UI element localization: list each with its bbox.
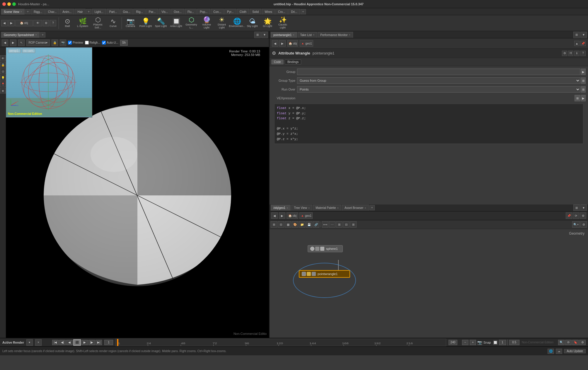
lock-view-btn[interactable]: 🔒 <box>0 62 6 68</box>
auto-update-btn[interactable]: Auto Update <box>564 349 586 353</box>
light-toggle-btn[interactable]: 💡 <box>0 75 6 81</box>
zoom-in-btn[interactable]: + <box>470 340 476 345</box>
maximize-button[interactable] <box>12 2 16 6</box>
stop-btn[interactable]: ⬛ <box>73 339 81 346</box>
ne-icon8[interactable]: ⟺ <box>322 221 328 228</box>
tab-rig[interactable]: Rig... <box>133 9 145 15</box>
ne-sync-btn[interactable]: ⟳ <box>573 212 579 219</box>
tab-cro[interactable]: Cro... <box>275 9 288 15</box>
frame-value-input[interactable] <box>509 340 519 345</box>
tab-vis[interactable]: Vis... <box>159 9 171 15</box>
tab-hair[interactable]: Hair <box>75 9 85 15</box>
volume-light-btn[interactable]: 🔮 Volume Light <box>199 16 214 30</box>
environment-btn[interactable]: 🌐 Environmen... <box>230 16 244 30</box>
node-sphere1[interactable]: sphere1 <box>308 245 343 252</box>
curve-btn[interactable]: ∿ Curve <box>106 16 120 30</box>
ne-settings-btn[interactable]: ▼ <box>580 204 587 211</box>
view-btn[interactable]: 👁 <box>33 20 42 26</box>
snap-value-input[interactable] <box>499 340 506 345</box>
close-icon[interactable]: × <box>35 33 37 36</box>
forward-button[interactable]: ▶ <box>8 20 15 26</box>
ne-icon3[interactable]: ▦ <box>285 221 291 228</box>
lock-btn[interactable]: 🔒 <box>52 40 58 46</box>
camera-btn[interactable]: 📷 Camera <box>123 16 138 30</box>
ne-settings2-btn[interactable]: ⚙ <box>580 221 587 228</box>
cursor-tool-btn[interactable]: ↖ <box>18 40 25 46</box>
close-icon[interactable]: × <box>313 33 314 36</box>
viewport-area[interactable]: 👁 🔒 ◎ 💡 📍 ◈ <box>0 47 269 338</box>
add-tab-button[interactable]: + <box>25 9 30 14</box>
add-tab-button-2[interactable]: + <box>86 9 91 14</box>
close-icon[interactable]: × <box>308 207 310 209</box>
scroll-up-btn[interactable]: ▲ <box>574 41 580 46</box>
back-button[interactable]: ◀ <box>1 20 8 26</box>
close-button[interactable] <box>2 2 6 6</box>
ne-pin-btn[interactable]: 📌 <box>566 212 572 219</box>
wrangle-settings-btn[interactable]: ⚙ <box>562 51 567 56</box>
preview-checkbox[interactable] <box>68 41 72 45</box>
tab-anim[interactable]: Anim... <box>60 9 74 15</box>
render-to-btn[interactable]: 📷 <box>60 40 66 46</box>
step-back-btn[interactable]: ◀| <box>59 340 66 345</box>
group-menu-btn[interactable]: ▶ <box>581 69 586 75</box>
ne-icon2[interactable]: ⊟ <box>278 221 284 228</box>
sky-light-btn[interactable]: 🌤 Sky Light <box>245 16 260 30</box>
tab-dri[interactable]: Dri... <box>288 9 300 15</box>
tab-material-palette[interactable]: Material Palette × <box>313 205 341 211</box>
close-icon[interactable]: × <box>287 207 288 209</box>
auto-u-checkbox[interactable] <box>102 41 106 45</box>
end-frame-input[interactable] <box>449 340 457 345</box>
close-render-btn[interactable]: × <box>35 339 42 346</box>
tab-par[interactable]: Par... <box>146 9 158 15</box>
tab-take-list[interactable]: Take List × <box>298 32 317 38</box>
cloud-icon[interactable]: ☁ <box>556 349 562 354</box>
current-frame-input[interactable] <box>104 340 113 345</box>
l-system-btn[interactable]: 🌿 L-System <box>75 16 90 30</box>
go-to-start-btn[interactable]: |◀ <box>52 340 59 345</box>
sh-button[interactable]: Sh <box>120 40 128 46</box>
code-tab-btn[interactable]: Code <box>271 59 284 64</box>
play-back-btn[interactable]: ◀ <box>66 340 73 345</box>
platonic-btn[interactable]: ⬡ Platonic Soli... <box>91 16 105 30</box>
close-icon[interactable]: × <box>21 10 22 13</box>
ne-icon12[interactable]: ⊞ <box>350 221 357 228</box>
religh-checkbox[interactable] <box>85 41 89 45</box>
vex-code-area[interactable]: float x = @P.x; float y = @P.y; float z … <box>274 104 583 144</box>
tab-oce[interactable]: Oce... <box>171 9 184 15</box>
camera-path-btn[interactable]: 📍 <box>0 81 6 87</box>
ne-options-btn[interactable]: ⚙ <box>580 212 586 219</box>
close-icon[interactable]: × <box>364 207 366 209</box>
bindings-tab-btn[interactable]: Bindings <box>285 59 301 64</box>
group-type-expand-btn[interactable]: ⊞ <box>581 77 586 84</box>
group-type-select[interactable]: Guess from Group Points Edges Primitives <box>297 77 580 84</box>
settings-btn[interactable]: ⚙ <box>43 20 49 26</box>
add-tab-button-3[interactable]: + <box>301 9 306 14</box>
close-icon[interactable]: × <box>337 207 339 209</box>
go-to-end-btn[interactable]: ▶| <box>96 340 102 345</box>
tl-bookmark-btn[interactable]: 🔖 <box>572 340 579 345</box>
tab-asset-browser[interactable]: Asset Browser × <box>342 205 369 211</box>
close-icon[interactable]: × <box>349 33 350 36</box>
wrangle-info-btn[interactable]: ℹ <box>574 51 580 56</box>
tab-pyr[interactable]: Pyr... <box>224 9 236 15</box>
obj-dropdown[interactable]: 🏠 obj <box>287 40 298 47</box>
layout-btn[interactable]: ⊞ <box>254 32 261 38</box>
view-mode-btn[interactable]: 👁 <box>0 55 6 61</box>
tl-options-btn[interactable]: ⚙ <box>579 340 586 345</box>
viewport-settings-btn[interactable]: ▼ <box>261 32 268 38</box>
network-icon[interactable]: 🌐 <box>548 349 554 354</box>
render-settings-btn[interactable]: ◀ <box>2 40 8 46</box>
ne-back-btn[interactable]: ◀ <box>271 212 278 219</box>
tab-char[interactable]: Char... <box>45 9 59 15</box>
node-editor-canvas[interactable]: Geometry sphere1 <box>270 229 588 338</box>
spot-light-btn[interactable]: 🔦 Spot Light <box>154 16 168 30</box>
wrangle-question-btn[interactable]: ? <box>580 51 586 56</box>
tl-settings-btn[interactable]: ⟳ <box>565 340 572 345</box>
add-ne-tab[interactable]: + <box>369 205 375 210</box>
active-render-dropdown[interactable]: ▾ <box>26 339 33 346</box>
ne-icon1[interactable]: ⊞ <box>271 221 277 228</box>
geo1-dropdown[interactable]: 🔺 geo1 <box>300 40 313 47</box>
group-input[interactable] <box>297 69 580 75</box>
ne-layout-btn[interactable]: ⊞ <box>573 204 580 211</box>
tab-solid[interactable]: Solid <box>250 9 261 15</box>
